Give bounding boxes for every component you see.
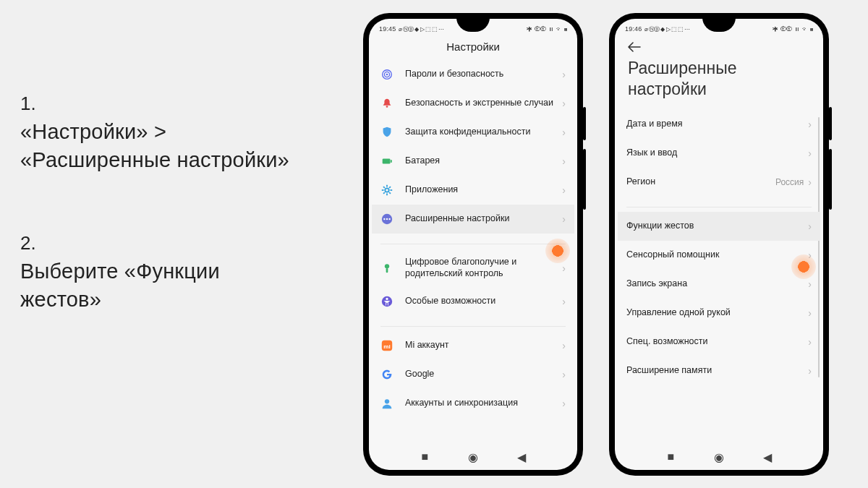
nav-home-icon[interactable]: ◉ <box>714 452 724 462</box>
section-gap <box>372 234 574 244</box>
settings-row[interactable]: Безопасность и экстренные случаи› <box>372 89 574 118</box>
settings-row[interactable]: Язык и ввод› <box>618 139 820 168</box>
nav-back-icon[interactable]: ◀ <box>516 452 527 462</box>
step1-text: «Настройки» > «Расширенные настройки» <box>20 118 295 174</box>
google-icon <box>380 368 393 381</box>
nav-recent-icon[interactable]: ■ <box>665 452 676 462</box>
row-label: Безопасность и экстренные случаи <box>405 98 562 109</box>
chevron-right-icon: › <box>562 296 566 307</box>
status-time: 19:46 <box>625 25 642 33</box>
svg-text:mi: mi <box>383 343 390 350</box>
row-label: Особые возможности <box>405 296 562 307</box>
status-time: 19:45 <box>379 25 396 33</box>
status-left-icons: ⌀ ⓃⒷ ◆ ▷ ⬚ ⬚ ⋯ <box>644 25 690 33</box>
svg-line-11 <box>383 187 385 188</box>
chevron-right-icon: › <box>562 369 566 380</box>
row-label: Защита конфиденциальности <box>405 127 562 138</box>
svg-point-17 <box>386 218 388 220</box>
nav-bar: ■ ◉ ◀ <box>369 444 577 470</box>
chevron-right-icon: › <box>808 249 812 261</box>
section-gap <box>618 197 820 207</box>
svg-point-19 <box>385 264 389 268</box>
access-icon <box>380 295 393 308</box>
section-gap <box>372 316 574 326</box>
svg-rect-20 <box>386 268 388 273</box>
chevron-right-icon: › <box>808 221 812 232</box>
settings-row[interactable]: Защита конфиденциальности› <box>372 118 574 147</box>
chevron-right-icon: › <box>808 147 812 159</box>
screen-settings: 19:45 ⌀ ⓃⒷ ◆ ▷ ⬚ ⬚ ⋯ ✱ ⓇⒷ ⫴ ᯤ ▦ Настройк… <box>369 19 577 470</box>
settings-row[interactable]: Приложения› <box>372 176 574 205</box>
settings-row[interactable]: Сенсорный помощник› <box>618 241 820 270</box>
row-label: Дата и время <box>626 119 808 130</box>
chevron-right-icon: › <box>562 127 566 138</box>
row-value: Россия <box>775 177 804 187</box>
chevron-right-icon: › <box>808 336 812 348</box>
svg-point-22 <box>386 298 388 300</box>
instructions-panel: 1. «Настройки» > «Расширенные настройки»… <box>20 93 295 355</box>
nav-recent-icon[interactable]: ■ <box>420 452 430 462</box>
settings-row[interactable]: Дата и время› <box>618 110 820 139</box>
svg-point-25 <box>385 399 389 403</box>
settings-row[interactable]: Аккаунты и синхронизация› <box>372 389 574 418</box>
step2-text: Выберите «Функции жестов» <box>20 257 295 314</box>
screen-advanced-settings: 19:46 ⌀ ⓃⒷ ◆ ▷ ⬚ ⬚ ⋯ ✱ ⓇⒷ ⫴ ᯤ ▦ Расширен… <box>615 19 823 470</box>
settings-row[interactable]: Цифровое благополучие и родительский кон… <box>372 249 574 287</box>
settings-row[interactable]: РегионРоссия› <box>618 168 820 197</box>
nav-home-icon[interactable]: ◉ <box>468 452 478 462</box>
row-label: Mi аккаунт <box>405 340 562 351</box>
svg-point-18 <box>388 218 390 220</box>
settings-row[interactable]: Пароли и безопасность› <box>372 60 574 89</box>
chevron-right-icon: › <box>808 365 812 377</box>
phone-mockup-1: 19:45 ⌀ ⓃⒷ ◆ ▷ ⬚ ⬚ ⋯ ✱ ⓇⒷ ⫴ ᯤ ▦ Настройк… <box>363 13 583 476</box>
row-label: Цифровое благополучие и родительский кон… <box>405 257 562 279</box>
settings-row[interactable]: Расширенные настройки› <box>372 205 574 234</box>
status-right-icons: ✱ ⓇⒷ ⫴ ᯤ ▦ <box>527 26 567 33</box>
settings-row[interactable]: Расширение памяти› <box>618 356 820 385</box>
person-icon <box>380 397 393 410</box>
svg-rect-5 <box>391 160 392 163</box>
fingerprint-icon <box>380 68 393 81</box>
settings-row[interactable]: Батарея› <box>372 147 574 176</box>
phone-mockup-2: 19:46 ⌀ ⓃⒷ ◆ ▷ ⬚ ⬚ ⋯ ✱ ⓇⒷ ⫴ ᯤ ▦ Расширен… <box>609 13 829 476</box>
settings-row[interactable]: Функции жестов› <box>618 212 820 241</box>
row-label: Язык и ввод <box>626 147 808 159</box>
row-label: Запись экрана <box>626 278 808 290</box>
chevron-right-icon: › <box>562 398 566 409</box>
battery-icon <box>380 155 393 168</box>
settings-row[interactable]: Управление одной рукой› <box>618 299 820 328</box>
row-label: Расширенные настройки <box>405 213 562 225</box>
arrow-left-icon <box>628 42 641 52</box>
status-right-icons: ✱ ⓇⒷ ⫴ ᯤ ▦ <box>773 26 813 33</box>
svg-line-13 <box>389 187 391 188</box>
page-title: Расширенные настройки <box>615 55 823 110</box>
chevron-right-icon: › <box>562 262 566 274</box>
settings-row[interactable]: Google› <box>372 360 574 389</box>
advanced-settings-list[interactable]: Дата и время›Язык и ввод›РегионРоссия›Фу… <box>615 110 823 445</box>
step2-number: 2. <box>20 232 295 254</box>
svg-line-14 <box>383 192 385 194</box>
row-label: Функции жестов <box>626 221 808 232</box>
chevron-right-icon: › <box>562 155 566 167</box>
svg-line-12 <box>389 192 391 194</box>
svg-point-16 <box>383 218 385 220</box>
row-label: Пароли и безопасность <box>405 69 562 80</box>
svg-rect-4 <box>383 158 391 163</box>
chevron-right-icon: › <box>562 69 566 80</box>
settings-row[interactable]: Особые возможности› <box>372 287 574 316</box>
row-label: Батарея <box>405 155 562 167</box>
shield-icon <box>380 126 393 139</box>
mi-icon: mi <box>380 339 393 352</box>
nav-back-icon[interactable]: ◀ <box>762 452 773 462</box>
chevron-right-icon: › <box>562 98 566 109</box>
row-label: Приложения <box>405 184 562 196</box>
row-label: Регион <box>626 176 775 188</box>
nav-bar: ■ ◉ ◀ <box>615 444 823 470</box>
settings-list[interactable]: Пароли и безопасность›Безопасность и экс… <box>369 60 577 444</box>
back-button[interactable] <box>615 36 823 55</box>
settings-row[interactable]: miMi аккаунт› <box>372 331 574 360</box>
settings-row[interactable]: Запись экрана› <box>618 270 820 299</box>
settings-row[interactable]: Спец. возможности› <box>618 328 820 356</box>
chevron-right-icon: › <box>808 278 812 290</box>
chevron-right-icon: › <box>808 176 812 188</box>
